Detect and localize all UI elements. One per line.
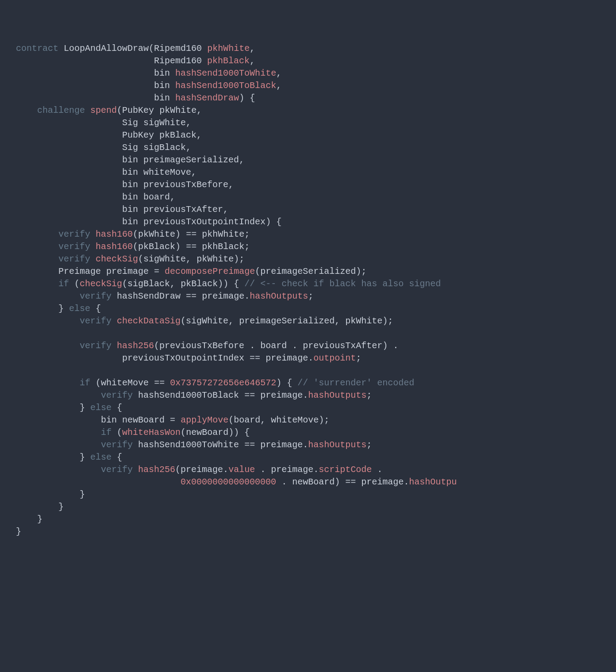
arg: preimageSerialized bbox=[143, 155, 239, 165]
brace-open: { bbox=[287, 378, 292, 388]
type: bin bbox=[122, 217, 138, 227]
ident: sigWhite bbox=[143, 254, 186, 264]
semi: ; bbox=[244, 242, 250, 252]
type: Ripemd160 bbox=[154, 43, 202, 54]
keyword-challenge: challenge bbox=[37, 105, 85, 115]
dot: . bbox=[313, 465, 319, 475]
paren-open: ( bbox=[149, 43, 154, 54]
semi: ; bbox=[388, 316, 393, 326]
brace-open: { bbox=[250, 93, 255, 103]
property: hashOutputs bbox=[308, 440, 366, 450]
property: outpoint bbox=[313, 353, 356, 363]
ident: whiteMove bbox=[271, 415, 319, 425]
eq: == bbox=[186, 242, 196, 252]
ident: hashSend1000ToWhite bbox=[138, 440, 239, 450]
keyword-if: if bbox=[80, 378, 90, 388]
eq: == bbox=[345, 477, 356, 487]
type: bin bbox=[154, 81, 170, 91]
semi: ; bbox=[356, 353, 361, 363]
eq: == bbox=[244, 390, 255, 400]
ident: hashSend1000ToBlack bbox=[138, 390, 239, 400]
ident: hashSendDraw bbox=[117, 291, 181, 301]
p: ) bbox=[234, 254, 239, 264]
brace-open: { bbox=[117, 452, 122, 462]
property: scriptCode bbox=[319, 465, 372, 475]
dot: . bbox=[393, 341, 398, 351]
ident: preimage bbox=[260, 390, 303, 400]
semi: ; bbox=[308, 291, 313, 301]
ident: pkhWhite bbox=[202, 229, 244, 239]
ident: pkBlack bbox=[138, 242, 175, 252]
p: ( bbox=[96, 378, 101, 388]
dot: . bbox=[377, 465, 382, 475]
ident: preimage bbox=[266, 353, 308, 363]
type: bin bbox=[122, 192, 138, 202]
brace-close: } bbox=[80, 489, 85, 499]
p: ( bbox=[181, 316, 186, 326]
eq: == bbox=[244, 440, 255, 450]
arg: pkWhite bbox=[159, 105, 196, 115]
ident: board bbox=[234, 415, 260, 425]
keyword-verify: verify bbox=[58, 254, 90, 264]
type: bin bbox=[154, 93, 170, 103]
ident: preimageSerialized bbox=[239, 316, 335, 326]
brace-open: { bbox=[244, 427, 250, 438]
assign: = bbox=[170, 415, 175, 425]
code-block: contract LoopAndAllowDraw(Ripemd160 pkhW… bbox=[16, 42, 616, 538]
comma: , bbox=[276, 68, 281, 78]
comma: , bbox=[196, 130, 202, 140]
p: ( bbox=[154, 341, 159, 351]
keyword-verify: verify bbox=[80, 341, 112, 351]
eq: == bbox=[154, 378, 165, 388]
dot: . bbox=[260, 465, 266, 475]
brace-close: } bbox=[80, 403, 85, 413]
ident: preimage bbox=[202, 291, 244, 301]
brace-close: } bbox=[16, 526, 21, 537]
property: hashOutputs bbox=[250, 291, 308, 301]
paren-open: ( bbox=[117, 105, 122, 115]
keyword-verify: verify bbox=[58, 229, 90, 239]
ident: board bbox=[260, 341, 287, 351]
ident: sigWhite bbox=[186, 316, 228, 326]
c: , bbox=[228, 316, 234, 326]
brace-open: { bbox=[234, 279, 239, 289]
ident: preimage bbox=[260, 440, 303, 450]
fn-hash256: hash256 bbox=[138, 465, 175, 475]
semi: ; bbox=[239, 254, 244, 264]
type: Preimage bbox=[58, 266, 101, 276]
type: Sig bbox=[122, 118, 138, 128]
ident: previousTxOutpointIndex bbox=[122, 353, 244, 363]
comma: , bbox=[239, 155, 244, 165]
keyword-verify: verify bbox=[101, 465, 133, 475]
p: ( bbox=[255, 266, 260, 276]
comma: , bbox=[196, 105, 202, 115]
ident: newBoard bbox=[122, 415, 165, 425]
keyword-verify: verify bbox=[58, 242, 90, 252]
type: bin bbox=[154, 68, 170, 78]
arg: sigBlack bbox=[143, 142, 186, 153]
arg: sigWhite bbox=[143, 118, 186, 128]
p: ( bbox=[74, 279, 80, 289]
semi: ; bbox=[324, 415, 329, 425]
p: ) bbox=[223, 279, 228, 289]
arg: previousTxAfter bbox=[143, 204, 223, 215]
p: ( bbox=[175, 465, 181, 475]
eq: == bbox=[250, 353, 260, 363]
type: bin bbox=[122, 167, 138, 177]
ident: previousTxAfter bbox=[303, 341, 382, 351]
brace-close: } bbox=[58, 502, 64, 512]
fn-checkSig: checkSig bbox=[80, 279, 122, 289]
arg: previousTxOutpointIndex bbox=[143, 217, 266, 227]
brace-open: { bbox=[117, 403, 122, 413]
semi: ; bbox=[244, 229, 250, 239]
ident: preimage bbox=[361, 477, 404, 487]
p: ) bbox=[335, 477, 340, 487]
brace-close: } bbox=[80, 452, 85, 462]
comma: , bbox=[276, 81, 281, 91]
keyword-else: else bbox=[90, 403, 112, 413]
p: ) bbox=[218, 279, 223, 289]
paren-close: ) bbox=[266, 217, 271, 227]
c: , bbox=[335, 316, 340, 326]
hex-literal: 0x0000000000000000 bbox=[181, 477, 276, 487]
keyword-verify: verify bbox=[101, 440, 133, 450]
